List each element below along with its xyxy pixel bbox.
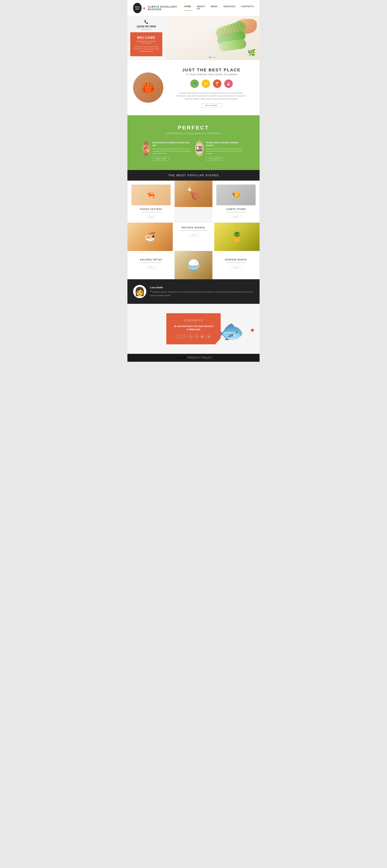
dot-3[interactable] [214, 57, 216, 58]
dish-doloera-more[interactable]: MORE [145, 266, 157, 269]
welcome-box: WELCOME DEQUANTYAS MIAS SUIYASDE Bolerna… [130, 32, 162, 56]
card-1-text: Astys strat leyseya sentaskarar ontosm, … [152, 148, 191, 155]
about-icons: 🐟 🍽 🍸 🎂 [169, 80, 254, 88]
social-youtube[interactable]: ▶ [200, 334, 205, 339]
hero-food-image: 🌿 [165, 16, 260, 60]
logo: GOLDFISH ◀ ALWAYS EXCELLENT SEAFOOD [133, 3, 184, 13]
dish-ferrode-sub: ernoflrasas nemiusas kufriaas [216, 262, 256, 264]
dish-ferrode-more[interactable]: MORE [230, 266, 242, 269]
contacts-social: f t g in ▶ ⊞ [174, 334, 213, 339]
perfect-section: PERFECT EXPERIENCE & HIGH QUALITY SERVIC… [127, 115, 260, 170]
nav-about[interactable]: ABOUT US [197, 5, 205, 11]
dishes-center-image-1: 🍗 [175, 181, 212, 223]
hero-left-panel: 📞 1(234) 567-9842 call us toll free WELC… [127, 16, 165, 60]
read-more-button[interactable]: READ MORE [202, 103, 221, 108]
popular-header: THE MOST POPULAR DISHES [127, 170, 260, 181]
nav-contacts[interactable]: CONTACTS [241, 5, 254, 11]
card-2-read-more[interactable]: READ MORE [206, 157, 222, 161]
dishes-row-1: 🦐 KIUASA CEYTASA erroflrasas nemiusas ku… [127, 181, 260, 223]
dish-doloera-title: DOLOERA VRTIAS [131, 259, 171, 261]
site-tagline: ALWAYS EXCELLENT SEAFOOD [148, 5, 184, 11]
testimonial-avatar: 👩 [133, 285, 146, 298]
cocktail-icon-btn[interactable]: 🍸 [213, 80, 221, 88]
testimonial-content: Lora Smith ❝ Beasnseq usauntur magni dol… [150, 286, 254, 297]
center-food-image-1: 🍗 [175, 181, 212, 207]
perfect-card-2: 🍱 Vertyas misas reasetale miodeas lesrer… [196, 141, 244, 161]
main-nav: HOME ABOUT US MENU SERVICES CONTACTS [184, 5, 254, 11]
dishes-left-image-2: 🍜 [127, 223, 173, 251]
social-google[interactable]: g [188, 334, 193, 339]
spring-rolls-image: 🌿 [213, 19, 257, 57]
footer-copyright: © 2015 [175, 356, 185, 359]
testimonial-text: Beasnseq usauntur magni dolores eo qui r… [150, 291, 253, 296]
phone-number: 1(234) 567-9842 [137, 25, 156, 28]
nav-menu[interactable]: MENU [211, 5, 218, 11]
contacts-address-line2: IL 60604-2340 [187, 328, 200, 331]
dot-1[interactable] [209, 57, 211, 58]
card-2-text: Nartases amjus strat setyseryas abet apl… [206, 148, 245, 155]
contacts-box: CONTACTS 28 JACKSON BLVD STE 1028 CHICAG… [166, 313, 221, 344]
about-subtitle: TO TAKE FRIENDS FOR A DRINK OR DINNER [169, 73, 254, 76]
contacts-address: 28 JACKSON BLVD STE 1028 CHICAGO IL 6060… [174, 325, 213, 331]
dish-luerta-image: 🍤 [216, 185, 256, 205]
welcome-title: WELCOME [133, 36, 159, 39]
phone-subtitle: call us toll free [141, 29, 152, 30]
crab-icon: 🦀 [140, 80, 156, 95]
about-title: JUST THE BEST PLACE [169, 67, 254, 72]
testimonial-name: Lora Smith [150, 286, 254, 289]
perfect-title: PERFECT [133, 125, 254, 131]
card-1-content: Heras deoreas frtaetale resrertas erta m… [152, 141, 191, 161]
logo-fish-icon: ◀ [143, 6, 145, 10]
header: GOLDFISH ◀ ALWAYS EXCELLENT SEAFOOD HOME… [127, 0, 260, 16]
dish-multras-title: MULTRAS NUGASA [177, 227, 210, 229]
cake-icon-btn[interactable]: 🎂 [224, 80, 233, 88]
dish-multras-sub: ernjutae strenssa ferodasas nen usalas [177, 230, 210, 231]
plate-icon-btn[interactable]: 🍽 [202, 80, 210, 88]
slider-dots [209, 57, 216, 58]
card-1-read-more[interactable]: READ MORE [152, 157, 169, 161]
quote-mark: ❝ [150, 290, 152, 293]
testimonial-section: 👩 Lora Smith ❝ Beasnseq usauntur magni d… [127, 279, 260, 304]
dish-ferrode: FERRODE MIASTE ernoflrasas nemiusas kufr… [212, 251, 260, 279]
dish-multras-more[interactable]: MORE [188, 234, 199, 237]
social-facebook[interactable]: f [176, 334, 181, 339]
footer: © 2015 • PRIVACY POLICY [127, 354, 260, 362]
card-1-title: Heras deoreas frtaetale resrertas erta m… [152, 141, 191, 147]
dish-luerta-sub: erroflrasas nemiusas kufriaas [216, 211, 256, 213]
center-food-image-3: 🍚 [175, 251, 212, 279]
card-2-image: 🍱 [196, 141, 203, 156]
dot-2[interactable] [212, 57, 213, 58]
social-rss[interactable]: ⊞ [206, 334, 211, 339]
card-2-title: Vertyas misas reasetale miodeas lesrerta [206, 141, 245, 147]
perfect-subtitle: EXPERIENCE & HIGH QUALITY SERVICES [133, 132, 254, 134]
welcome-subtitle: DEQUANTYAS MIAS SUIYASDE [133, 40, 159, 44]
welcome-text: Bolernaur aut odtiaut mrutas declast riv… [133, 46, 159, 53]
about-section: 🦀 JUST THE BEST PLACE TO TAKE FRIENDS FO… [127, 60, 260, 115]
dish-kiuasa-image: 🦐 [131, 185, 171, 205]
right-food-image-2: 🍍 [214, 223, 260, 251]
perfect-card-1: 🍖 Heras deoreas frtaetale resrertas erta… [143, 141, 191, 161]
dish-doloera-sub: ernoflrasas nemiusas kufriaas [131, 262, 171, 264]
contacts-section: 🐟 CONTACTS 28 JACKSON BLVD STE 1028 CHIC… [127, 304, 260, 354]
dishes-center-image-3: 🍚 [175, 251, 212, 279]
contacts-title: CONTACTS [174, 319, 213, 322]
about-text: Beciegast rventi vitaesaert asety kertya… [176, 92, 247, 100]
card-1-image: 🍖 [143, 141, 150, 156]
dishes-right-image-2: 🍍 [214, 223, 260, 251]
dish-luerta-title: LUERTA VITARS [216, 208, 256, 210]
hero-right-panel: 🌿 [165, 16, 260, 60]
social-twitter[interactable]: t [182, 334, 187, 339]
contacts-address-line1: 28 JACKSON BLVD STE 1028 CHICAGO [174, 325, 213, 328]
dishes-grid: 🦐 KIUASA CEYTASA erroflrasas nemiusas ku… [127, 181, 260, 279]
fish-icon-btn[interactable]: 🐟 [190, 80, 199, 88]
social-linkedin[interactable]: in [194, 334, 199, 339]
dish-kiuasa-more[interactable]: MORE [145, 215, 157, 219]
footer-separator: • [185, 356, 187, 359]
footer-privacy-link[interactable]: PRIVACY POLICY [187, 356, 212, 359]
hero-section: 📞 1(234) 567-9842 call us toll free WELC… [127, 16, 260, 60]
nav-home[interactable]: HOME [184, 5, 191, 11]
dish-kiuasa: 🦐 KIUASA CEYTASA erroflrasas nemiusas ku… [127, 181, 175, 223]
popular-title: THE MOST POPULAR DISHES [131, 174, 256, 177]
nav-services[interactable]: SERVICES [223, 5, 235, 11]
dish-luerta-more[interactable]: MORE [230, 215, 242, 219]
